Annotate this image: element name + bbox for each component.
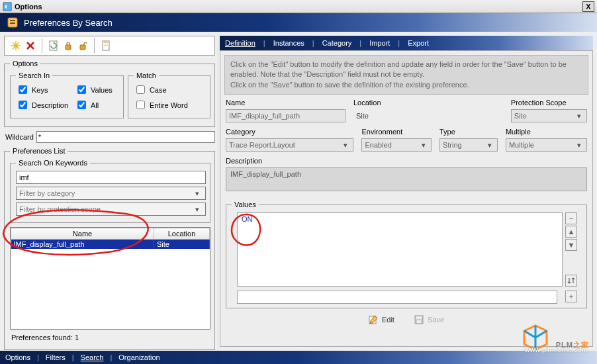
filter-scope-select[interactable]: Filter by protection scope ▾: [16, 203, 206, 216]
keyword-input[interactable]: [16, 171, 206, 184]
tab-import[interactable]: Import: [368, 39, 391, 47]
document-icon[interactable]: [99, 38, 113, 53]
window-title: Options: [15, 3, 42, 11]
tab-export[interactable]: Export: [406, 39, 430, 47]
all-label: All: [91, 101, 99, 109]
footer-options[interactable]: Options: [5, 353, 30, 361]
label-location: Location: [353, 99, 441, 107]
wildcard-input[interactable]: [36, 131, 215, 143]
label-name: Name: [226, 99, 345, 107]
save-button: Save: [414, 315, 444, 324]
lock-closed-icon[interactable]: [61, 38, 75, 53]
label-values: Values: [232, 201, 259, 208]
results-table[interactable]: Name Location IMF_display_full_path Site: [10, 227, 210, 330]
match-fieldset: Match Case Entire Word: [128, 71, 210, 118]
delete-icon[interactable]: [23, 38, 38, 53]
svg-rect-15: [104, 44, 108, 44]
prefs-list-legend: Preferences List: [10, 147, 68, 155]
prefs-list-fieldset: Preferences List Search On Keywords Filt…: [4, 147, 215, 350]
wildcard-label: Wildcard: [5, 133, 34, 141]
tab-definition[interactable]: Definition: [224, 39, 257, 47]
tab-instances[interactable]: Instances: [272, 39, 306, 47]
filter-scope-placeholder: Filter by protection scope: [19, 205, 101, 213]
value-type[interactable]: String▾: [439, 138, 498, 152]
all-checkbox[interactable]: [77, 101, 86, 109]
search-in-legend: Search In: [16, 71, 52, 79]
search-in-fieldset: Search In Keys Values Description All: [10, 71, 124, 118]
refresh-icon[interactable]: [46, 38, 61, 53]
case-checkbox[interactable]: [136, 85, 145, 94]
description-block: Description IMF_display_full_path: [220, 157, 592, 197]
info-line1: Click on the "Edit" button to modify the…: [230, 60, 582, 80]
value-location: Site: [353, 109, 441, 122]
edit-button[interactable]: Edit: [369, 315, 394, 324]
value-name: IMF_display_full_path: [226, 109, 345, 122]
move-up-button[interactable]: ▲: [565, 226, 577, 238]
col-location[interactable]: Location: [154, 228, 210, 240]
table-row[interactable]: IMF_display_full_path Site: [11, 240, 210, 250]
preferences-icon: [7, 17, 19, 28]
remove-value-button[interactable]: −: [565, 212, 577, 224]
svg-rect-3: [10, 23, 15, 24]
label-multiple: Multiple: [506, 128, 587, 136]
window-titlebar: Options X: [0, 0, 597, 13]
values-fieldset: Values ON − ▲ ▼ +: [226, 201, 587, 308]
chevron-down-icon: ▾: [574, 112, 584, 120]
results-count: Preferences found: 1: [11, 334, 209, 341]
keys-label: Keys: [32, 86, 48, 94]
value-entry-input[interactable]: [237, 291, 557, 304]
entireword-checkbox[interactable]: [136, 101, 145, 109]
move-down-button[interactable]: ▼: [565, 239, 577, 251]
value-multiple[interactable]: Multiple▾: [506, 138, 587, 152]
info-message: Click on the "Edit" button to modify the…: [224, 55, 588, 95]
footer-organization[interactable]: Organization: [118, 353, 160, 361]
edit-icon: [369, 315, 378, 324]
tab-category[interactable]: Category: [321, 39, 353, 47]
search-keywords-fieldset: Search On Keywords Filter by category ▾ …: [10, 159, 210, 223]
svg-rect-19: [416, 316, 422, 319]
match-legend: Match: [134, 71, 159, 79]
svg-rect-20: [417, 320, 421, 323]
lock-open-icon[interactable]: [75, 38, 90, 53]
add-value-button[interactable]: +: [565, 291, 577, 302]
keys-checkbox[interactable]: [19, 85, 27, 94]
case-label: Case: [150, 86, 167, 94]
description-checkbox[interactable]: [19, 101, 27, 109]
label-description: Description: [226, 157, 587, 165]
chevron-down-icon: ▾: [419, 141, 428, 150]
close-icon: X: [586, 3, 590, 11]
new-icon[interactable]: [9, 38, 23, 53]
chevron-down-icon: ▾: [192, 205, 203, 214]
header-title: Preferences By Search: [24, 18, 113, 28]
tab-bar: Definition| Instances| Category| Import|…: [220, 36, 593, 50]
app-icon: [3, 2, 12, 11]
value-env[interactable]: Enabled▾: [361, 138, 432, 152]
chevron-down-icon: ▾: [192, 189, 203, 198]
chevron-down-icon: ▾: [574, 141, 584, 150]
close-button[interactable]: X: [582, 1, 594, 12]
options-fieldset: Options Search In Keys Values Descriptio…: [4, 60, 215, 127]
main-area: Options Search In Keys Values Descriptio…: [0, 32, 597, 351]
value-pscope[interactable]: Site▾: [511, 109, 587, 122]
cell-name: IMF_display_full_path: [11, 240, 154, 250]
values-list[interactable]: ON: [237, 212, 563, 287]
value-category[interactable]: Trace Report.Layout▾: [226, 138, 353, 152]
filter-category-placeholder: Filter by category: [19, 189, 75, 197]
col-name[interactable]: Name: [11, 228, 154, 240]
footer-search[interactable]: Search: [81, 353, 104, 361]
search-keywords-legend: Search On Keywords: [16, 159, 90, 167]
options-legend: Options: [10, 60, 40, 68]
svg-rect-2: [10, 20, 15, 21]
sort-button[interactable]: [565, 275, 577, 287]
info-line2: Click on the "Save" button to save the d…: [230, 80, 582, 90]
label-type: Type: [439, 128, 498, 136]
filter-category-select[interactable]: Filter by category ▾: [16, 187, 206, 200]
svg-rect-14: [104, 42, 108, 43]
entireword-label: Entire Word: [150, 101, 188, 109]
footer-bar: Options| Filters| Search| Organization: [0, 351, 597, 364]
footer-filters[interactable]: Filters: [46, 353, 66, 361]
chevron-down-icon: ▾: [485, 141, 494, 150]
value-description: IMF_display_full_path: [226, 167, 587, 191]
description-label: Description: [32, 101, 68, 109]
values-checkbox[interactable]: [77, 85, 86, 94]
